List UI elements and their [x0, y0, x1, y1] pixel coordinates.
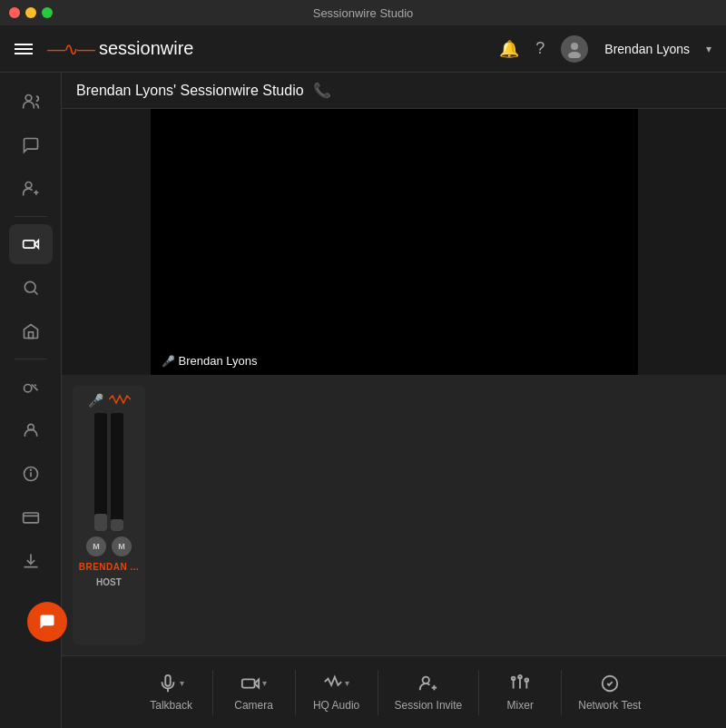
close-button[interactable]: [9, 7, 20, 18]
nav-icons: 🔔 ? Brendan Lyons ▾: [499, 35, 711, 63]
hq-audio-icon: ▾: [323, 674, 349, 694]
studio-header: Brendan Lyons' Sessionwire Studio 📞: [62, 73, 726, 109]
svg-point-1: [568, 52, 581, 58]
channel-strip: 🎤: [73, 386, 145, 644]
mixer-label: Mixer: [507, 699, 534, 712]
content-area: Brendan Lyons' Sessionwire Studio 📞 🎤 Br…: [62, 73, 726, 728]
svg-rect-6: [23, 241, 34, 248]
menu-button[interactable]: [15, 44, 33, 54]
network-test-icon: [600, 674, 620, 694]
sidebar-divider: [15, 216, 47, 217]
svg-point-8: [25, 281, 35, 292]
sidebar-item-video[interactable]: [9, 224, 53, 264]
channel-role: HOST: [96, 577, 122, 587]
top-nav: —∿— sessionwire 🔔 ? Brendan Lyons ▾: [0, 25, 726, 73]
sidebar-item-add-user[interactable]: [9, 169, 53, 209]
video-feed: 🎤 Brendan Lyons: [151, 109, 638, 375]
fader-area: [94, 413, 123, 531]
sidebar-item-profile[interactable]: [9, 410, 53, 450]
notifications-icon[interactable]: 🔔: [499, 39, 519, 59]
channel-name: BRENDAN ...: [79, 562, 140, 572]
avatar[interactable]: [561, 35, 588, 63]
video-user-label: 🎤 Brendan Lyons: [162, 354, 258, 368]
svg-point-11: [24, 385, 31, 392]
sidebar-item-info[interactable]: [9, 454, 53, 494]
network-test-label: Network Test: [578, 699, 641, 712]
studio-title: Brendan Lyons' Sessionwire Studio: [76, 83, 304, 99]
camera-item[interactable]: ▾ Camera: [213, 674, 295, 712]
svg-point-22: [423, 676, 429, 683]
mixer-icon: [510, 674, 530, 694]
phone-icon: 📞: [313, 82, 331, 99]
mute-right-button[interactable]: M: [112, 536, 132, 556]
talkback-item[interactable]: ▾ Talkback: [131, 674, 212, 712]
sidebar-item-billing[interactable]: [9, 497, 53, 537]
hq-audio-chevron-icon[interactable]: ▾: [345, 678, 349, 688]
strip-icons: 🎤: [88, 393, 131, 408]
talkback-icon: ▾: [158, 674, 184, 694]
talkback-chevron-icon[interactable]: ▾: [180, 678, 184, 688]
svg-rect-20: [242, 679, 255, 687]
bottom-toolbar: ▾ Talkback ▾ Camera: [62, 655, 726, 728]
mic-active-icon: 🎤: [162, 355, 175, 368]
chat-bubble-button[interactable]: [27, 602, 67, 642]
video-section: 🎤 Brendan Lyons 🎤: [62, 109, 726, 655]
username-label: Brendan Lyons: [604, 42, 690, 56]
logo: —∿— sessionwire: [47, 38, 485, 60]
sidebar-item-users[interactable]: [9, 82, 53, 122]
camera-label: Camera: [234, 699, 273, 712]
minimize-button[interactable]: [25, 7, 36, 18]
talkback-label: Talkback: [150, 699, 192, 712]
window-controls[interactable]: [9, 7, 53, 18]
mute-left-button[interactable]: M: [86, 536, 106, 556]
sidebar-divider-2: [15, 359, 47, 359]
svg-point-2: [25, 95, 32, 102]
mixer-item[interactable]: Mixer: [479, 674, 561, 712]
main-layout: Brendan Lyons' Sessionwire Studio 📞 🎤 Br…: [0, 73, 726, 728]
sidebar-item-home[interactable]: [9, 311, 53, 351]
svg-point-3: [25, 182, 32, 189]
logo-wave-icon: —∿—: [47, 38, 93, 60]
fader-right[interactable]: [111, 413, 123, 531]
strip-mic-icon[interactable]: 🎤: [88, 393, 103, 408]
help-icon[interactable]: ?: [535, 39, 544, 58]
svg-point-15: [30, 469, 31, 470]
sidebar-item-chat[interactable]: [9, 125, 53, 165]
sidebar-item-search[interactable]: [9, 268, 53, 308]
hq-audio-label: HQ Audio: [313, 699, 359, 712]
maximize-button[interactable]: [42, 7, 53, 18]
svg-rect-10: [28, 332, 33, 339]
session-invite-label: Session Invite: [395, 699, 463, 712]
camera-chevron-icon[interactable]: ▾: [262, 678, 267, 688]
title-bar: Sessionwire Studio: [0, 0, 726, 25]
svg-line-9: [34, 291, 37, 295]
svg-point-29: [518, 674, 522, 678]
svg-rect-16: [23, 513, 38, 523]
chevron-down-icon[interactable]: ▾: [706, 43, 711, 55]
mute-buttons: M M: [86, 536, 132, 556]
logo-text: sessionwire: [99, 38, 193, 59]
sidebar-item-key[interactable]: [9, 367, 53, 407]
sidebar-item-download[interactable]: [9, 541, 53, 581]
session-invite-item[interactable]: Session Invite: [378, 674, 479, 712]
svg-point-0: [571, 43, 578, 50]
window-title: Sessionwire Studio: [313, 6, 414, 20]
session-invite-icon: [418, 674, 438, 694]
lower-section: 🎤: [62, 375, 726, 655]
network-test-item[interactable]: Network Test: [562, 674, 657, 712]
camera-icon: ▾: [240, 674, 267, 694]
fader-left[interactable]: [94, 413, 107, 531]
hq-audio-item[interactable]: ▾ HQ Audio: [296, 674, 378, 712]
strip-wave-icon: [109, 393, 131, 408]
